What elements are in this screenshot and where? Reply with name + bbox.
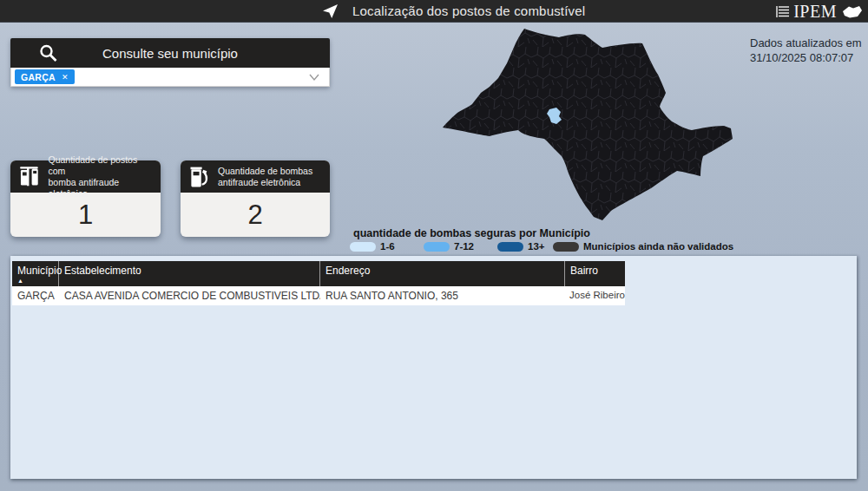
kpi-postos-value: 1 bbox=[78, 200, 93, 231]
selected-municipality-tag[interactable]: GARÇA ✕ bbox=[15, 69, 75, 84]
chevron-down-icon[interactable] bbox=[308, 72, 320, 82]
slicer-header[interactable]: Consulte seu município bbox=[10, 38, 330, 68]
tag-label: GARÇA bbox=[21, 72, 56, 82]
kpi-card-bombas-body: 2 bbox=[181, 193, 330, 237]
kpi-card-bombas-label: Quantidade de bombas antifraude eletrôni… bbox=[218, 166, 312, 188]
legend-item-7-12: 7-12 bbox=[424, 241, 474, 252]
gas-station-icon bbox=[17, 165, 42, 189]
ledger-icon bbox=[776, 4, 790, 19]
cell-municipio: GARÇA bbox=[12, 286, 59, 305]
kpi-card-postos: Quantidade de postos com bomba antifraud… bbox=[10, 160, 161, 237]
search-icon[interactable] bbox=[38, 43, 59, 63]
stations-table: Município ▲ Estabelecimento Endereço Bai… bbox=[12, 261, 625, 305]
cell-bairro: José Ribeiro bbox=[565, 286, 625, 305]
municipality-slicer: Consulte seu município GARÇA ✕ bbox=[10, 38, 330, 87]
data-updated-info: Dados atualizados em 31/10/2025 08:07:07 bbox=[750, 36, 862, 65]
legend-title: quantidade de bombas seguras por Municíp… bbox=[353, 227, 590, 239]
fuel-pump-icon bbox=[187, 165, 212, 189]
pointer-arrow-icon bbox=[321, 3, 339, 19]
kpi-card-postos-header: Quantidade de postos com bomba antifraud… bbox=[10, 160, 161, 193]
ipem-logo: IPEM bbox=[776, 2, 863, 22]
sort-ascending-icon[interactable]: ▲ bbox=[17, 278, 56, 284]
cell-estabelecimento: CASA AVENIDA COMERCIO DE COMBUSTIVEIS LT… bbox=[59, 286, 320, 305]
legend-swatch-medium-blue bbox=[424, 242, 450, 252]
municipality-select[interactable]: GARÇA ✕ bbox=[10, 68, 330, 87]
cell-endereco: RUA SANTO ANTONIO, 365 bbox=[320, 286, 565, 305]
legend-swatch-dark-blue bbox=[497, 242, 523, 252]
kpi-bombas-value: 2 bbox=[247, 200, 262, 231]
column-header-municipio[interactable]: Município ▲ bbox=[12, 261, 59, 286]
legend-item-13-plus: 13+ bbox=[497, 241, 545, 252]
data-updated-timestamp: 31/10/2025 08:07:07 bbox=[750, 50, 862, 65]
remove-tag-icon[interactable]: ✕ bbox=[62, 73, 69, 82]
legend-swatch-light-blue bbox=[350, 242, 376, 252]
page-title: Localização dos postos de combustível bbox=[352, 3, 585, 18]
dashboard-page: Localização dos postos de combustível IP… bbox=[0, 0, 868, 491]
column-header-bairro[interactable]: Bairro bbox=[565, 261, 625, 286]
stations-table-panel: Município ▲ Estabelecimento Endereço Bai… bbox=[10, 256, 857, 479]
state-shape-icon bbox=[840, 5, 863, 19]
legend-item-1-6: 1-6 bbox=[350, 241, 395, 252]
slicer-title: Consulte seu município bbox=[102, 46, 238, 61]
kpi-card-bombas: Quantidade de bombas antifraude eletrôni… bbox=[181, 160, 330, 237]
table-row[interactable]: GARÇA CASA AVENIDA COMERCIO DE COMBUSTIV… bbox=[12, 286, 625, 305]
kpi-card-postos-label: Quantidade de postos com bomba antifraud… bbox=[48, 154, 155, 200]
ipem-logo-text: IPEM bbox=[793, 2, 837, 22]
legend-item-not-validated: Municípios ainda não validados bbox=[553, 241, 733, 252]
top-bar: Localização dos postos de combustível IP… bbox=[0, 0, 868, 23]
column-header-estabelecimento[interactable]: Estabelecimento bbox=[59, 261, 320, 286]
kpi-card-bombas-header: Quantidade de bombas antifraude eletrôni… bbox=[181, 160, 330, 193]
table-header-row: Município ▲ Estabelecimento Endereço Bai… bbox=[12, 261, 625, 286]
legend-swatch-dark-gray bbox=[553, 242, 579, 252]
map-sao-paulo[interactable] bbox=[434, 26, 752, 224]
column-header-endereco[interactable]: Endereço bbox=[320, 261, 565, 286]
data-updated-label: Dados atualizados em bbox=[750, 36, 862, 50]
kpi-card-postos-body: 1 bbox=[10, 193, 161, 237]
